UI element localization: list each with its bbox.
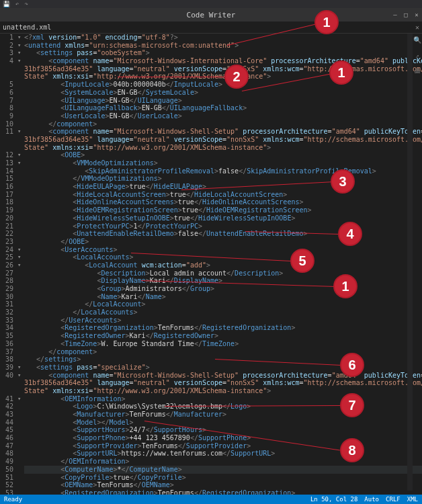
maximize-button[interactable]: □ xyxy=(400,9,411,20)
editor-area[interactable]: 1234567891011121314151617181920212223242… xyxy=(0,34,422,499)
status-bar: Ready Ln 50, Col 28 Auto CRLF XML xyxy=(0,495,422,504)
status-eol[interactable]: CRLF xyxy=(386,496,400,503)
status-language[interactable]: XML xyxy=(407,496,418,503)
close-button[interactable]: ✕ xyxy=(411,9,422,20)
search-icon[interactable]: 🔍 xyxy=(413,36,422,44)
annotation-marker-1: 1 xyxy=(314,10,339,34)
annotation-marker-1: 1 xyxy=(333,274,357,298)
titlebar: Code Writer — □ ✕ xyxy=(0,8,422,22)
redo-icon[interactable]: ↷ xyxy=(24,1,28,7)
annotation-marker-1: 1 xyxy=(329,60,353,85)
app-title: Code Writer xyxy=(187,11,236,19)
line-numbers: 1234567891011121314151617181920212223242… xyxy=(0,34,17,499)
fold-gutter[interactable]: ▾▾▾▾▾▾▾▾▾▾▾▾▾ xyxy=(17,34,24,499)
print-icon[interactable]: 🖶 xyxy=(413,67,422,75)
annotation-marker-8: 8 xyxy=(340,438,364,462)
toolbar: 💾 ↶ ↷ xyxy=(0,0,422,8)
tab-filename: unattend.xml xyxy=(3,24,51,31)
undo-icon[interactable]: ↶ xyxy=(15,1,19,7)
save-icon[interactable]: 💾 xyxy=(3,1,10,7)
annotation-marker-6: 6 xyxy=(340,353,364,377)
editor-tab[interactable]: unattend.xml ✕ xyxy=(0,22,422,34)
right-sidebar: 🔍 ↗ 🖶 xyxy=(413,34,422,75)
tab-close-icon[interactable]: ✕ xyxy=(415,24,419,31)
annotation-marker-5: 5 xyxy=(290,249,314,273)
status-encoding[interactable]: Auto xyxy=(364,496,379,503)
status-ready: Ready xyxy=(0,496,22,503)
share-icon[interactable]: ↗ xyxy=(413,52,422,59)
minimap[interactable] xyxy=(407,34,413,491)
annotation-marker-2: 2 xyxy=(224,65,249,89)
annotation-marker-7: 7 xyxy=(340,393,364,417)
annotation-marker-3: 3 xyxy=(331,169,355,194)
annotation-marker-4: 4 xyxy=(338,222,362,246)
status-position[interactable]: Ln 50, Col 28 xyxy=(310,496,357,503)
minimize-button[interactable]: — xyxy=(390,9,400,20)
code-content[interactable]: <?xml version="1.0" encoding="utf-8"?><u… xyxy=(24,34,422,499)
